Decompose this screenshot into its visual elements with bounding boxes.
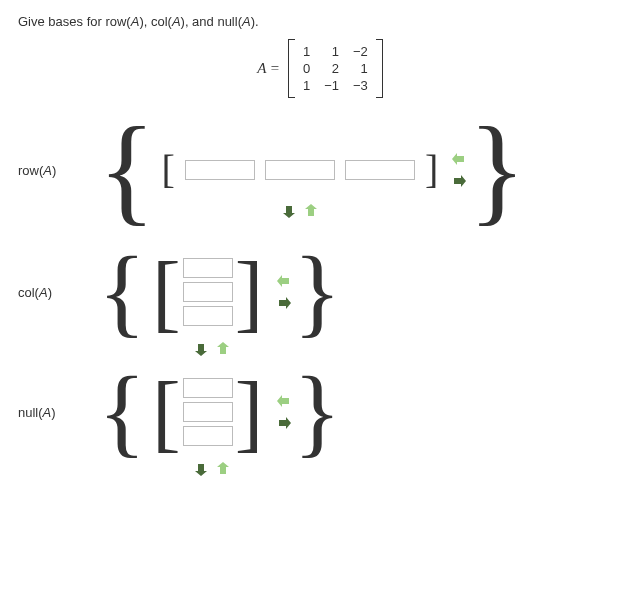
close-bracket: ] bbox=[235, 258, 264, 327]
col-vector-entry[interactable] bbox=[183, 258, 233, 278]
matrix-cell: −1 bbox=[317, 77, 346, 94]
open-bracket: [ bbox=[152, 378, 181, 447]
matrix-lhs: A = bbox=[257, 60, 280, 77]
col-vector-entry[interactable] bbox=[183, 282, 233, 302]
svg-marker-3 bbox=[454, 175, 466, 187]
col-basis-section: col(A) { [ ] } bbox=[18, 246, 622, 338]
arrow-right-icon[interactable] bbox=[275, 294, 293, 312]
null-vector-entry[interactable] bbox=[183, 426, 233, 446]
matrix-cell: 0 bbox=[296, 60, 317, 77]
arrow-up-icon[interactable] bbox=[214, 460, 232, 478]
vector-size-controls bbox=[192, 340, 232, 358]
matrix-cell: 1 bbox=[296, 43, 317, 60]
svg-marker-11 bbox=[279, 417, 291, 429]
row-vector-entry[interactable] bbox=[265, 160, 335, 180]
matrix-cell: −2 bbox=[346, 43, 375, 60]
svg-marker-1 bbox=[305, 204, 317, 216]
vector-count-controls bbox=[275, 392, 293, 432]
var: A bbox=[242, 14, 251, 29]
var: A bbox=[172, 14, 181, 29]
col-vector-entry[interactable] bbox=[183, 306, 233, 326]
matrix-cell: 1 bbox=[296, 77, 317, 94]
matrix-cell: 1 bbox=[317, 43, 346, 60]
question-prompt: Give bases for row(A), col(A), and null(… bbox=[18, 14, 622, 29]
svg-marker-9 bbox=[217, 462, 229, 474]
arrow-down-icon[interactable] bbox=[192, 340, 210, 358]
null-vector-entry[interactable] bbox=[183, 378, 233, 398]
null-basis-section: null(A) { [ ] } bbox=[18, 366, 622, 458]
arrow-up-icon[interactable] bbox=[214, 340, 232, 358]
row-vector-entry[interactable] bbox=[345, 160, 415, 180]
arrow-left-icon[interactable] bbox=[275, 272, 293, 290]
arrow-right-icon[interactable] bbox=[275, 414, 293, 432]
open-brace: { bbox=[98, 252, 146, 332]
open-brace: { bbox=[98, 372, 146, 452]
arrow-down-icon[interactable] bbox=[192, 460, 210, 478]
open-bracket: [ bbox=[162, 150, 175, 190]
matrix-cell: −3 bbox=[346, 77, 375, 94]
close-brace: } bbox=[468, 122, 526, 218]
text: ), col( bbox=[139, 14, 172, 29]
close-brace: } bbox=[293, 252, 341, 332]
svg-marker-6 bbox=[277, 275, 289, 287]
row-vector-entry[interactable] bbox=[185, 160, 255, 180]
arrow-right-icon[interactable] bbox=[450, 172, 468, 190]
col-vector: [ ] bbox=[152, 256, 263, 328]
matrix-definition: A = 1 1 −2 0 2 1 1 −1 −3 bbox=[18, 39, 622, 98]
vector-size-controls bbox=[192, 460, 232, 478]
vector-count-controls bbox=[280, 202, 320, 220]
open-brace: { bbox=[98, 122, 156, 218]
text: Give bases for row( bbox=[18, 14, 131, 29]
svg-marker-2 bbox=[452, 153, 464, 165]
vector-size-controls bbox=[450, 150, 468, 190]
svg-marker-10 bbox=[277, 395, 289, 407]
svg-marker-0 bbox=[283, 206, 295, 218]
close-brace: } bbox=[293, 372, 341, 452]
svg-marker-7 bbox=[279, 297, 291, 309]
svg-marker-5 bbox=[217, 342, 229, 354]
null-vector-entry[interactable] bbox=[183, 402, 233, 422]
col-label: col(A) bbox=[18, 285, 98, 300]
open-bracket: [ bbox=[152, 258, 181, 327]
svg-marker-4 bbox=[195, 344, 207, 356]
arrow-left-icon[interactable] bbox=[275, 392, 293, 410]
matrix-cell: 2 bbox=[317, 60, 346, 77]
matrix-body: 1 1 −2 0 2 1 1 −1 −3 bbox=[288, 39, 383, 98]
row-label: row(A) bbox=[18, 163, 98, 178]
text: ), and null( bbox=[181, 14, 242, 29]
svg-marker-8 bbox=[195, 464, 207, 476]
arrow-down-icon[interactable] bbox=[280, 202, 298, 220]
null-vector: [ ] bbox=[152, 376, 263, 448]
row-vector: [ ] bbox=[162, 150, 439, 190]
arrow-up-icon[interactable] bbox=[302, 202, 320, 220]
vector-count-controls bbox=[275, 272, 293, 312]
null-label: null(A) bbox=[18, 405, 98, 420]
close-bracket: ] bbox=[235, 378, 264, 447]
row-basis-section: row(A) { [ ] } bbox=[18, 122, 622, 218]
text: ). bbox=[251, 14, 259, 29]
close-bracket: ] bbox=[425, 150, 438, 190]
arrow-left-icon[interactable] bbox=[450, 150, 468, 168]
matrix-cell: 1 bbox=[346, 60, 375, 77]
